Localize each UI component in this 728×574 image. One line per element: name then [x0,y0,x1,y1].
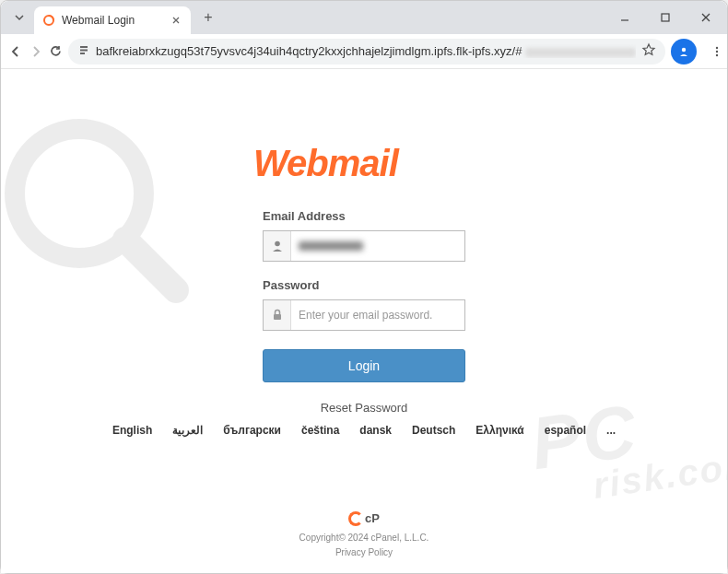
language-row: English العربية български čeština dansk … [112,424,616,437]
svg-point-8 [716,50,718,52]
email-label: Email Address [263,209,465,223]
cpanel-logo: cP [348,510,380,529]
tabs-dropdown-button[interactable] [8,6,30,29]
copyright-text: Copyright© 2024 cPanel, L.L.C. [1,531,727,545]
svg-point-13 [275,241,280,247]
reset-password-link[interactable]: Reset Password [321,401,408,415]
lang-option[interactable]: dansk [359,424,392,437]
close-tab-button[interactable] [169,13,183,28]
new-tab-button[interactable]: + [196,6,220,29]
url-text: bafkreiabrxkzugq53t75yvsvc4j34uih4qctry2… [96,44,636,58]
back-button[interactable] [8,39,23,64]
login-button[interactable]: Login [263,349,465,382]
lang-option[interactable]: Ελληνικά [476,424,523,437]
webmail-logo: Webmail [253,143,475,183]
svg-rect-5 [80,53,85,54]
password-label: Password [263,278,465,292]
lang-option[interactable]: čeština [301,424,339,437]
site-info-icon[interactable] [77,43,90,59]
bookmark-star-icon[interactable] [641,42,656,60]
minimize-button[interactable] [611,4,639,31]
browser-toolbar: bafkreiabrxkzugq53t75yvsvc4j34uih4qctry2… [1,34,727,69]
lang-option[interactable]: English [112,424,152,437]
tab-title: Webmail Login [62,14,163,27]
user-icon [264,231,291,261]
lang-option[interactable]: español [545,424,586,437]
address-bar[interactable]: bafkreiabrxkzugq53t75yvsvc4j34uih4qctry2… [68,39,665,64]
password-field[interactable] [291,300,464,330]
privacy-link[interactable]: Privacy Policy [1,545,727,560]
page-footer: cP Copyright© 2024 cPanel, L.L.C. Privac… [1,510,727,560]
email-field[interactable] [291,241,464,251]
lang-option[interactable]: العربية [172,424,203,437]
lang-option[interactable]: български [223,424,281,437]
svg-point-6 [682,47,686,51]
svg-rect-14 [274,314,281,320]
lang-option[interactable]: Deutsch [412,424,455,437]
svg-point-7 [716,46,718,48]
svg-rect-3 [80,46,88,48]
menu-button[interactable] [704,39,728,64]
password-input-wrap[interactable] [263,299,465,331]
lang-more[interactable]: ... [606,424,616,437]
tab-favicon-icon [41,13,56,28]
svg-rect-4 [80,50,88,52]
svg-rect-2 [662,14,669,21]
browser-window: Webmail Login + bafkreiabrxkzugq53t75yvs… [0,0,728,574]
forward-button[interactable] [29,39,43,64]
lock-icon [264,300,291,330]
close-window-button[interactable] [692,4,720,31]
svg-point-9 [716,53,718,55]
window-controls [611,4,720,31]
reload-button[interactable] [49,39,63,64]
svg-text:Webmail: Webmail [253,143,400,183]
maximize-button[interactable] [652,4,679,31]
email-input-wrap[interactable] [263,230,465,262]
cpanel-c-icon [348,511,363,526]
browser-tab[interactable]: Webmail Login [34,6,191,34]
tab-strip: Webmail Login + [1,1,727,34]
page-content: PC risk.com Webmail Email Address [1,69,727,573]
profile-button[interactable] [671,39,697,64]
